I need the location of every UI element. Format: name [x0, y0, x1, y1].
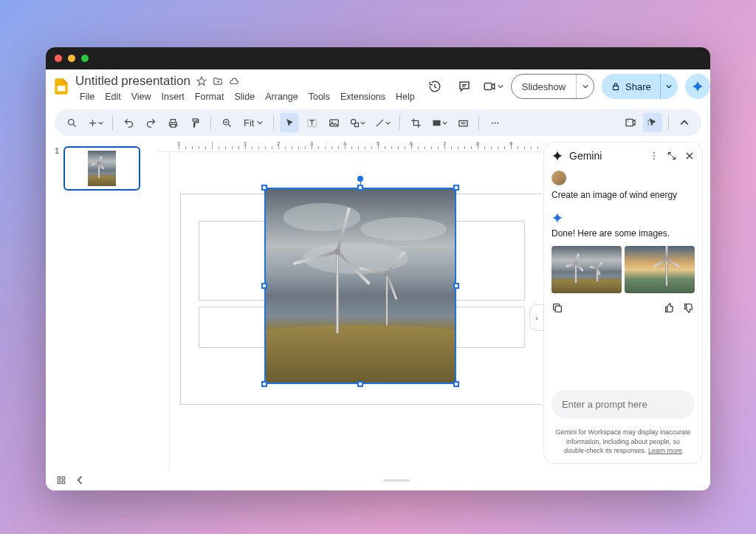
resize-handle-sw[interactable]: [261, 381, 267, 387]
comments-icon[interactable]: [453, 75, 475, 97]
traffic-zoom[interactable]: [81, 55, 89, 62]
resize-handle-nw[interactable]: [261, 185, 267, 191]
motion-icon[interactable]: [643, 113, 662, 132]
selected-image[interactable]: [264, 188, 456, 384]
image-options-icon[interactable]: [621, 113, 640, 132]
menu-help[interactable]: Help: [391, 90, 419, 103]
zoom-out-icon[interactable]: [217, 113, 236, 132]
learn-more-link[interactable]: Learn more: [648, 447, 682, 454]
zoom-fit[interactable]: Fit: [239, 113, 267, 132]
search-menus-icon[interactable]: [62, 113, 81, 132]
hide-menus-icon[interactable]: [675, 113, 694, 132]
move-to-folder-icon[interactable]: [213, 76, 223, 86]
generated-image-2[interactable]: [625, 246, 695, 293]
thumbs-down-icon[interactable]: [683, 302, 695, 314]
resize-handle-w[interactable]: [261, 283, 267, 289]
crop-icon[interactable]: [406, 113, 425, 132]
menu-slide[interactable]: Slide: [230, 90, 259, 103]
rotate-handle[interactable]: [357, 176, 363, 182]
gemini-disclaimer: Gemini for Workspace may display inaccur…: [544, 425, 702, 463]
paint-format-icon[interactable]: [185, 113, 205, 132]
menu-view[interactable]: View: [127, 90, 156, 103]
insert-image-icon[interactable]: [324, 113, 343, 132]
resize-handle-s[interactable]: [357, 381, 363, 387]
textbox-icon[interactable]: [302, 113, 321, 132]
workspace: 1 1123456789: [46, 139, 710, 470]
copy-image-icon[interactable]: [551, 302, 563, 314]
explore-icon[interactable]: [75, 476, 84, 485]
menu-edit[interactable]: Edit: [100, 90, 126, 103]
menu-insert[interactable]: Insert: [157, 90, 189, 103]
svg-point-14: [497, 122, 498, 123]
svg-rect-1: [484, 83, 492, 90]
line-icon[interactable]: [371, 113, 394, 132]
collapse-panel-icon[interactable]: ‹: [529, 304, 544, 331]
app-window: Untitled presentation File Edit View Ins…: [46, 47, 710, 490]
resize-handle-ne[interactable]: [453, 185, 459, 191]
meet-icon[interactable]: [483, 75, 504, 97]
header: Untitled presentation File Edit View Ins…: [46, 69, 710, 106]
gemini-more-icon[interactable]: [649, 151, 659, 161]
svg-point-16: [628, 120, 628, 121]
generated-image-1[interactable]: [551, 246, 622, 293]
menu-file[interactable]: File: [75, 90, 99, 103]
svg-rect-23: [58, 481, 61, 484]
slide-number: 1: [55, 146, 59, 191]
menu-tools[interactable]: Tools: [304, 90, 334, 103]
canvas-area: 1123456789: [157, 139, 542, 470]
user-avatar: [551, 171, 566, 185]
mask-image-icon[interactable]: [428, 113, 450, 132]
gemini-expand-icon[interactable]: [667, 151, 677, 161]
redo-icon[interactable]: [141, 113, 160, 132]
shape-icon[interactable]: [346, 113, 368, 132]
svg-rect-22: [62, 476, 65, 479]
more-tools-icon[interactable]: [485, 113, 504, 132]
slides-logo[interactable]: [52, 75, 71, 97]
menu-extensions[interactable]: Extensions: [336, 90, 390, 103]
gemini-spark-icon: [551, 150, 563, 162]
menu-arrange[interactable]: Arrange: [261, 90, 302, 103]
document-title[interactable]: Untitled presentation: [75, 74, 190, 89]
grid-view-icon[interactable]: [56, 475, 66, 485]
reset-image-icon[interactable]: [453, 113, 472, 132]
gemini-prompt-input[interactable]: [551, 390, 695, 419]
speaker-notes-grip[interactable]: [383, 479, 410, 482]
svg-rect-24: [62, 481, 65, 484]
history-icon[interactable]: [424, 75, 446, 97]
undo-icon[interactable]: [119, 113, 138, 132]
toolbar: Fit: [55, 109, 701, 136]
share-label: Share: [625, 81, 651, 92]
gemini-response-spark-icon: [551, 212, 563, 224]
star-icon[interactable]: [196, 76, 207, 86]
resize-handle-se[interactable]: [453, 381, 459, 387]
slideshow-main[interactable]: Slideshow: [512, 81, 576, 92]
svg-rect-15: [626, 119, 633, 126]
menu-format[interactable]: Format: [190, 90, 229, 103]
thumbs-up-icon[interactable]: [664, 302, 676, 314]
svg-point-17: [653, 152, 655, 154]
slideshow-button: Slideshow: [511, 74, 594, 99]
traffic-close[interactable]: [55, 55, 62, 62]
select-tool-icon[interactable]: [280, 113, 299, 132]
resize-handle-e[interactable]: [453, 283, 459, 289]
windmill-image: [264, 188, 456, 384]
share-main[interactable]: Share: [602, 81, 660, 92]
svg-rect-11: [459, 120, 467, 126]
traffic-minimize[interactable]: [68, 55, 75, 62]
resize-handle-n[interactable]: [357, 185, 363, 191]
slide-thumbnail-1[interactable]: 1: [55, 146, 148, 191]
slide-canvas[interactable]: [157, 152, 542, 470]
gemini-panel: Gemini Create an image of wind energy Do…: [543, 142, 703, 464]
slideshow-dropdown[interactable]: [576, 75, 594, 98]
svg-point-19: [653, 158, 655, 160]
cloud-status-icon[interactable]: [229, 76, 239, 86]
print-icon[interactable]: [163, 113, 182, 132]
thumbnail-preview: [88, 151, 116, 186]
gemini-button[interactable]: [685, 74, 710, 99]
mac-titlebar: [46, 47, 710, 69]
gemini-close-icon[interactable]: [684, 151, 695, 161]
share-dropdown[interactable]: [660, 74, 678, 99]
svg-rect-2: [614, 86, 619, 89]
bottom-bar: [46, 470, 710, 490]
new-slide-icon[interactable]: [84, 113, 106, 132]
